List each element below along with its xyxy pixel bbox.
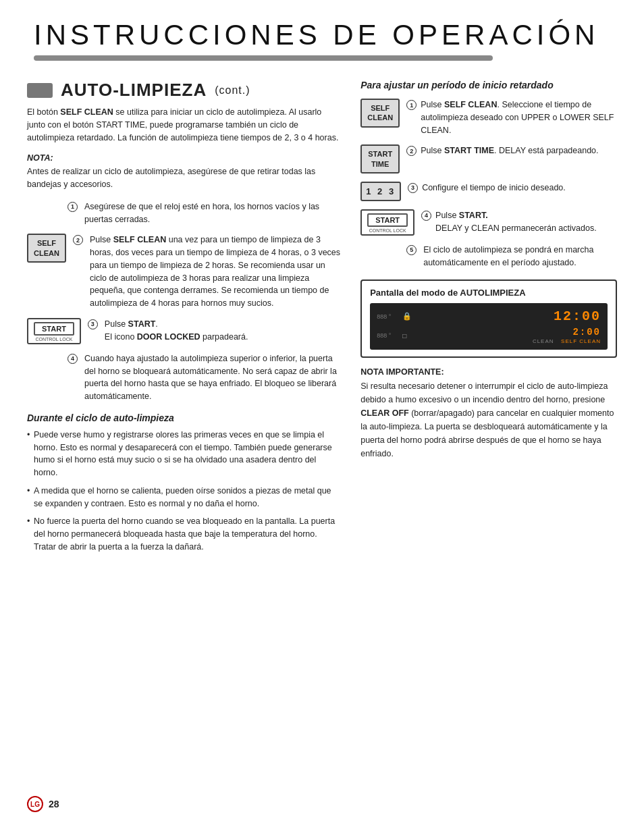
nota-label: NOTA: <box>27 153 340 163</box>
r-step5-number: 5 <box>406 245 417 255</box>
display-label-2: 888 ° <box>377 332 397 339</box>
start-sublabel: CONTROL LOCK <box>35 337 72 342</box>
step2-text: Pulse SELF CLEAN una vez para un tiempo … <box>90 234 340 310</box>
right-section-title: Para ajustar un período de inicio retard… <box>360 80 617 90</box>
step3-text: Pulse START.El icono DOOR LOCKED parpade… <box>105 318 248 344</box>
lg-logo: LG <box>27 796 43 812</box>
step1-row: 1 Asegúrese de que el reloj esté en hora… <box>68 201 340 226</box>
bullet-list: Puede verse humo y registrarse olores la… <box>27 429 340 554</box>
bullet-item: Puede verse humo y registrarse olores la… <box>27 429 340 479</box>
title-bar-icon <box>27 83 53 98</box>
r-step3-text: Configure el tiempo de inicio deseado. <box>422 182 566 194</box>
right-column: Para ajustar un período de inicio retard… <box>360 80 617 559</box>
r-num-display: 1 2 3 <box>360 182 401 201</box>
bullet-item: No fuerce la puerta del horno cuando se … <box>27 515 340 553</box>
r-step1-row: SELFCLEAN 1 Pulse SELF CLEAN. Seleccione… <box>360 99 617 136</box>
self-clean-label: SELFCLEAN <box>34 238 59 258</box>
nota-section: NOTA: Antes de realizar un ciclo de auto… <box>27 153 340 191</box>
start-button: START CONTROL LOCK <box>27 318 81 344</box>
display-digits-2: 2:00 <box>412 327 601 338</box>
page-header: INSTRUCCIONES DE OPERACIÓN <box>0 0 644 68</box>
display-self-clean-label: CLEAN SELF CLEAN <box>412 338 601 344</box>
autolimpieza-title: Pantalla del modo de AUTOLIMPIEZA <box>370 288 608 298</box>
r-step2-text: Pulse START TIME. DELAY está parpadeando… <box>421 144 598 157</box>
r-step3-row: 1 2 3 3 Configure el tiempo de inicio de… <box>360 182 617 201</box>
step1-text: Asegúrese de que el reloj esté en hora, … <box>84 201 340 226</box>
r-start-time-label: STARTTIME <box>368 149 392 169</box>
display-label-empty: 888 ° <box>377 313 397 320</box>
step4-number: 4 <box>68 354 78 364</box>
step3-row: START CONTROL LOCK 3 Pulse START.El icon… <box>27 318 340 344</box>
section-title-cont: (cont.) <box>215 84 250 97</box>
nota-text: Antes de realizar un ciclo de autolimpie… <box>27 165 340 191</box>
left-column: AUTO-LIMPIEZA (cont.) El botón SELF CLEA… <box>27 80 340 559</box>
r-step3-number: 3 <box>408 183 418 193</box>
page-footer: LG 28 <box>27 796 59 812</box>
intro-text: El botón SELF CLEAN se utiliza para inic… <box>27 106 340 144</box>
display-screen: 888 ° 🔒 12:00 888 ° □ 2:00 CLEAN SELF CL… <box>370 303 608 350</box>
r-start-button: START CONTROL LOCK <box>360 209 414 236</box>
r-step4-row: START CONTROL LOCK 4 Pulse START.DELAY y… <box>360 209 617 236</box>
step4-text: Cuando haya ajustado la autolimpieza sup… <box>84 352 340 403</box>
r-step4-number: 4 <box>421 211 431 221</box>
step2-number: 2 <box>73 235 83 245</box>
r-step1-number: 1 <box>406 100 417 110</box>
display-icon-1: 🔒 <box>402 312 413 321</box>
r-start-time-button: STARTTIME <box>360 144 400 174</box>
bullet-item: A medida que el horno se calienta, puede… <box>27 485 340 510</box>
page-title: INSTRUCCIONES DE OPERACIÓN <box>34 19 610 51</box>
r-step5-row: 5 El ciclo de autolimpieza se pondrá en … <box>406 244 617 269</box>
r-step2-row: STARTTIME 2 Pulse START TIME. DELAY está… <box>360 144 617 174</box>
step1-number: 1 <box>68 202 78 212</box>
main-content: AUTO-LIMPIEZA (cont.) El botón SELF CLEA… <box>0 68 644 572</box>
step4-row: 4 Cuando haya ajustado la autolimpieza s… <box>68 352 340 403</box>
display-row-1: 888 ° 🔒 12:00 <box>377 309 601 324</box>
display-digits-1: 12:00 <box>419 309 601 324</box>
display-lock-2: □ <box>402 332 406 340</box>
step3-number: 3 <box>88 319 98 329</box>
logo-text: LG <box>30 801 40 808</box>
nota-importante-label: NOTA IMPORTANTE: <box>360 367 617 377</box>
r-self-clean-button: SELFCLEAN <box>360 99 400 128</box>
section-title: AUTO-LIMPIEZA (cont.) <box>27 80 340 101</box>
r-self-clean-label: SELFCLEAN <box>367 103 393 123</box>
r-start-label: START <box>367 213 408 227</box>
nota-importante: NOTA IMPORTANTE: Si resulta necesario de… <box>360 367 617 460</box>
page-number: 28 <box>49 799 59 809</box>
r-step2-number: 2 <box>406 146 417 156</box>
autolimpieza-box: Pantalla del modo de AUTOLIMPIEZA 888 ° … <box>360 279 617 358</box>
r-step4-text: Pulse START.DELAY y CLEAN permanecerán a… <box>435 209 597 235</box>
nota-importante-text: Si resulta necesario detener o interrump… <box>360 379 617 460</box>
durante-title: Durante el ciclo de auto-limpieza <box>27 412 340 423</box>
header-rule <box>34 55 493 61</box>
display-clean-text: CLEAN <box>533 338 554 344</box>
r-start-sublabel: CONTROL LOCK <box>369 228 406 233</box>
self-clean-button: SELFCLEAN <box>27 234 66 263</box>
display-selfclean-text: SELF CLEAN <box>561 338 601 344</box>
display-row-2: 888 ° □ 2:00 CLEAN SELF CLEAN <box>377 327 601 344</box>
r-step5-text: El ciclo de autolimpieza se pondrá en ma… <box>423 244 617 269</box>
start-label: START <box>34 322 74 336</box>
r-step1-text: Pulse SELF CLEAN. Seleccione el tiempo d… <box>421 99 617 136</box>
step2-row: SELFCLEAN 2 Pulse SELF CLEAN una vez par… <box>27 234 340 310</box>
section-title-text: AUTO-LIMPIEZA <box>61 80 207 101</box>
